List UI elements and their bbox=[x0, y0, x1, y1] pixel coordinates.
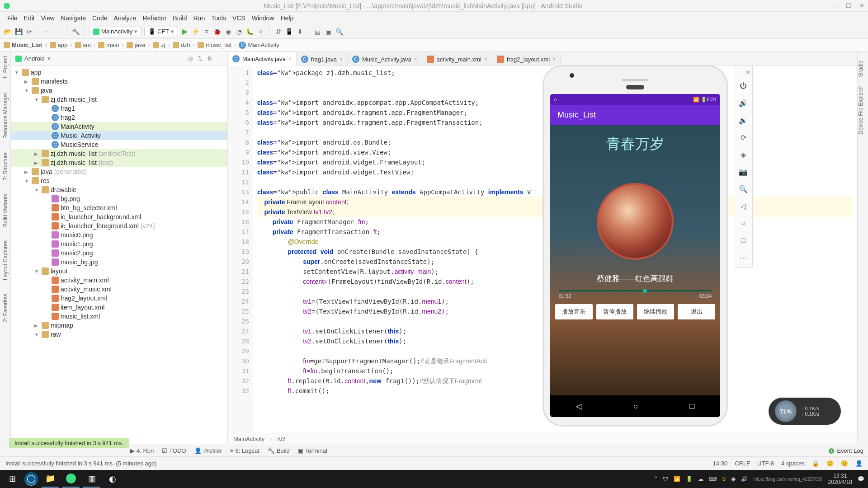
bottom-tool-profiler[interactable]: 👤Profiler bbox=[194, 447, 222, 454]
menu-file[interactable]: File bbox=[5, 13, 20, 23]
debug-icon[interactable]: 🐞 bbox=[213, 28, 222, 36]
breadcrumb-item[interactable]: CMainActivity bbox=[239, 42, 279, 49]
breadcrumb-item[interactable]: music_list bbox=[198, 42, 231, 48]
emu-rotate-r-icon[interactable]: ◈ bbox=[737, 148, 750, 161]
network-widget[interactable]: 71% ↑ 0.1K/s ↓ 0.1K/s bbox=[769, 398, 841, 425]
tree-item[interactable]: music0.png bbox=[11, 230, 227, 239]
tab-close-icon[interactable]: × bbox=[484, 56, 487, 62]
hide-icon[interactable]: — bbox=[217, 55, 223, 62]
player-button[interactable]: 暂停播放 bbox=[596, 304, 633, 319]
battery-icon[interactable]: 🔋 bbox=[686, 476, 693, 482]
layout-icon[interactable]: ▣ bbox=[325, 28, 333, 36]
tree-item[interactable]: ▶ zj.dzh.music_list (test) bbox=[11, 158, 227, 167]
bottom-tool-terminal[interactable]: ▣Terminal bbox=[298, 447, 327, 454]
rail-2-favorites[interactable]: 2: Favorites bbox=[2, 294, 9, 322]
rail-gradle[interactable]: Gradle bbox=[858, 61, 864, 77]
emu-vol-down-icon[interactable]: 🔉 bbox=[737, 114, 750, 127]
breadcrumb-item[interactable]: src bbox=[75, 42, 91, 48]
tree-item[interactable]: C frag2 bbox=[11, 113, 227, 122]
menu-view[interactable]: View bbox=[38, 13, 57, 23]
tab-close-icon[interactable]: × bbox=[552, 56, 556, 62]
player-button[interactable]: 退出 bbox=[678, 304, 715, 319]
tree-item[interactable]: music2.png bbox=[11, 249, 227, 258]
search-icon[interactable]: 🔍 bbox=[335, 28, 344, 36]
rail-7-structure[interactable]: 7: Structure bbox=[2, 152, 9, 180]
profile-icon[interactable]: ◔ bbox=[235, 28, 243, 36]
progress-bar[interactable] bbox=[559, 290, 712, 291]
cortana-icon[interactable]: ◯ bbox=[24, 472, 38, 486]
tree-item[interactable]: btn_bg_selector.xml bbox=[11, 203, 227, 212]
event-log-button[interactable]: Event Log bbox=[837, 447, 863, 454]
stop-icon[interactable]: ■ bbox=[257, 28, 265, 36]
menu-edit[interactable]: Edit bbox=[21, 13, 38, 23]
tree-item[interactable]: activity_main.xml bbox=[11, 276, 227, 285]
recent-icon[interactable]: □ bbox=[689, 402, 694, 411]
tray-icon[interactable]: ◉ bbox=[731, 476, 736, 482]
tree-item[interactable]: ▼ raw bbox=[11, 330, 227, 339]
tree-item[interactable]: ▼ res bbox=[11, 176, 227, 185]
tree-item[interactable]: ▼ zj.dzh.music_list bbox=[11, 95, 227, 104]
cloud-icon[interactable]: ☁ bbox=[698, 476, 703, 482]
project-tree[interactable]: ▼ app▶ manifests▼ java▼ zj.dzh.music_lis… bbox=[11, 66, 227, 445]
androidstudio-icon[interactable] bbox=[62, 470, 80, 488]
emu-power-icon[interactable]: ⏻ bbox=[737, 80, 750, 92]
emu-rotate-l-icon[interactable]: ⟳ bbox=[737, 131, 750, 144]
volume-icon[interactable]: 🔊 bbox=[741, 476, 748, 482]
close-icon[interactable]: ✕ bbox=[859, 2, 864, 9]
attach-icon[interactable]: 🐛 bbox=[246, 28, 254, 36]
tree-item[interactable]: item_layout.xml bbox=[11, 303, 227, 312]
emu-overview-icon[interactable]: □ bbox=[737, 234, 750, 247]
chevron-up-icon[interactable]: ˄ bbox=[655, 476, 657, 482]
breadcrumb-item[interactable]: main bbox=[98, 42, 119, 48]
emu-back-icon[interactable]: ◁ bbox=[737, 200, 750, 212]
back-icon[interactable]: ◁ bbox=[576, 401, 582, 411]
editor-tab[interactable]: Cfrag1.java× bbox=[297, 53, 348, 66]
breadcrumb-item[interactable]: zj bbox=[153, 42, 165, 48]
apply-code-icon[interactable]: ≡ bbox=[203, 28, 211, 36]
filter-icon[interactable]: ⇅ bbox=[198, 55, 203, 62]
breadcrumb-item[interactable]: java bbox=[127, 42, 146, 48]
rail-build-variants[interactable]: Build Variants bbox=[2, 194, 9, 227]
avd-icon[interactable]: 📱 bbox=[285, 28, 293, 36]
minimize-icon[interactable]: — bbox=[832, 2, 838, 9]
emu-minimize-icon[interactable]: — bbox=[736, 69, 742, 76]
tree-item[interactable]: ▼ java bbox=[11, 86, 227, 95]
tree-item[interactable]: bg.png bbox=[11, 194, 227, 203]
back-icon[interactable]: ← bbox=[43, 28, 51, 36]
emu-more-icon[interactable]: ⋯ bbox=[737, 251, 750, 264]
tree-item[interactable]: activity_music.xml bbox=[11, 285, 227, 294]
tree-item[interactable]: ▶ java (generated) bbox=[11, 167, 227, 176]
explorer-icon[interactable]: 📁 bbox=[42, 470, 59, 488]
emulator-task-icon[interactable]: ▥ bbox=[83, 470, 100, 488]
tab-close-icon[interactable]: × bbox=[340, 56, 343, 62]
wifi-icon[interactable]: 📶 bbox=[674, 476, 680, 482]
target-icon[interactable]: ◎ bbox=[188, 55, 193, 62]
editor-tab[interactable]: activity_main.xml× bbox=[422, 53, 492, 66]
breadcrumb-item[interactable]: app bbox=[50, 42, 68, 48]
open-icon[interactable]: 📂 bbox=[4, 28, 12, 36]
player-button[interactable]: 播放音乐 bbox=[555, 304, 592, 319]
sdk-icon[interactable]: ⬇ bbox=[296, 28, 304, 36]
tree-item[interactable]: frag2_layout.xml bbox=[11, 294, 227, 303]
tree-item[interactable]: music_bg.jpg bbox=[11, 258, 227, 267]
menu-run[interactable]: Run bbox=[190, 13, 208, 23]
player-button[interactable]: 继续播放 bbox=[637, 304, 674, 319]
structure-icon[interactable]: ▤ bbox=[314, 28, 322, 36]
bottom-tool-4-run[interactable]: ▶4: Run bbox=[130, 447, 154, 454]
forward-icon[interactable]: → bbox=[54, 28, 62, 36]
tree-item[interactable]: music_list.xml bbox=[11, 312, 227, 321]
system-tray[interactable]: ˄ 🛡 📶 🔋 ☁ ⌨ S ◉ 🔊 https://blog.csdn.net/… bbox=[655, 473, 864, 485]
emu-close-icon[interactable]: ✕ bbox=[745, 69, 750, 76]
menu-navigate[interactable]: Navigate bbox=[58, 13, 89, 23]
device-select[interactable]: 📱 CFT ▾ bbox=[144, 27, 178, 36]
breadcrumb-item[interactable]: dzh bbox=[173, 42, 190, 48]
home-icon[interactable]: ○ bbox=[633, 402, 638, 411]
sublime-icon[interactable]: S bbox=[722, 476, 726, 482]
gear-icon[interactable]: ⚙ bbox=[207, 55, 212, 62]
menu-refactor[interactable]: Refactor bbox=[140, 13, 169, 23]
tree-item[interactable]: ▼ app bbox=[11, 68, 227, 77]
security-icon[interactable]: 🛡 bbox=[663, 476, 668, 482]
start-icon[interactable]: ⊞ bbox=[4, 470, 21, 488]
make-icon[interactable]: 🔨 bbox=[71, 28, 80, 36]
run-config-select[interactable]: MainActivity ▾ bbox=[89, 27, 142, 36]
